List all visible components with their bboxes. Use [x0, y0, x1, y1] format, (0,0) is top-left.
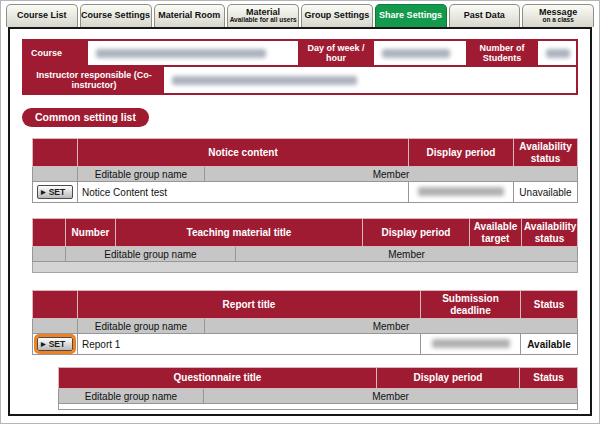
tab-label: Group Settings — [304, 11, 369, 20]
material-period-header: Display period — [363, 219, 470, 247]
questionnaire-empty-row — [59, 404, 578, 410]
editable-group-name-header: Editable group name — [59, 389, 204, 404]
questionnaire-period-header: Display period — [377, 368, 520, 389]
day-hour-label: Day of week / hour — [298, 41, 374, 65]
report-deadline-redacted — [432, 339, 510, 348]
editable-group-name-header: Editable group name — [78, 167, 205, 182]
report-title-header: Report title — [78, 291, 421, 319]
tab-label: Share Settings — [379, 11, 442, 20]
report-data-row: ▶SET Report 1 Available — [33, 334, 578, 355]
notice-set-column-header — [33, 139, 78, 167]
students-label: Number of Students — [466, 41, 538, 65]
instructor-value-redacted — [172, 76, 357, 85]
report-title-cell: Report 1 — [78, 334, 421, 355]
material-number-header: Number — [66, 219, 116, 247]
notice-period-cell — [409, 182, 514, 203]
blank-cell — [33, 319, 78, 334]
tab-sublabel: Available for all users — [230, 17, 297, 24]
notice-status-cell: Unavailable — [514, 182, 578, 203]
notice-data-row: ▶SET Notice Content test Unavailable — [33, 182, 578, 203]
questionnaire-subheader-row: Editable group name Member — [59, 389, 578, 404]
blank-cell — [59, 404, 578, 410]
tab-sublabel: on a class — [542, 17, 573, 24]
report-status-header: Status — [521, 291, 578, 319]
notice-period-redacted — [418, 187, 504, 196]
tab-share-settings[interactable]: Share Settings — [375, 4, 447, 27]
tab-bar: Course List Course Settings Material Roo… — [1, 1, 599, 27]
teaching-material-table: Number Teaching material title Display p… — [32, 218, 578, 273]
set-arrow-icon: ▶ — [41, 189, 46, 196]
report-set-column-header — [33, 291, 78, 319]
tab-label: Past Data — [464, 11, 505, 20]
students-value-redacted — [546, 49, 570, 58]
member-header: Member — [236, 247, 578, 262]
course-info-panel: Course Day of week / hour Number of Stud… — [22, 39, 578, 95]
course-value-redacted — [96, 49, 266, 58]
material-status-header: Availability status — [522, 219, 578, 247]
notice-subheader-row: Editable group name Member — [33, 167, 578, 182]
questionnaire-header-row: Questionnaire title Display period Statu… — [59, 368, 578, 389]
tab-label: Course List — [17, 11, 67, 20]
tab-message[interactable]: Message on a class — [522, 4, 594, 27]
set-button-label: SET — [49, 187, 66, 197]
report-status-cell: Available — [521, 334, 578, 355]
report-set-cell: ▶SET — [33, 334, 78, 355]
member-header: Member — [205, 167, 578, 182]
material-title-header: Teaching material title — [116, 219, 363, 247]
notice-set-button[interactable]: ▶SET — [37, 185, 73, 199]
report-table: Report title Submission deadline Status … — [32, 290, 578, 355]
material-empty-row — [33, 262, 578, 273]
tab-material-all-users[interactable]: Material Available for all users — [227, 4, 299, 27]
day-hour-value-redacted — [382, 49, 450, 58]
blank-cell — [33, 262, 578, 273]
notice-header-row: Notice content Display period Availabili… — [33, 139, 578, 167]
course-label: Course — [24, 41, 88, 65]
content-area: Course Day of week / hour Number of Stud… — [8, 27, 592, 416]
material-target-header: Available target — [470, 219, 522, 247]
notice-period-header: Display period — [409, 139, 514, 167]
tab-material-room[interactable]: Material Room — [154, 4, 226, 27]
material-subheader-row: Editable group name Member — [33, 247, 578, 262]
editable-group-name-header: Editable group name — [66, 247, 236, 262]
report-deadline-header: Submission deadline — [421, 291, 521, 319]
day-hour-value — [374, 41, 466, 65]
instructor-label: Instructor responsible (Co-instructor) — [24, 67, 164, 93]
notice-title-cell: Notice Content test — [78, 182, 409, 203]
tab-course-list[interactable]: Course List — [6, 4, 78, 27]
questionnaire-table: Questionnaire title Display period Statu… — [58, 367, 578, 410]
course-value — [88, 41, 298, 65]
report-deadline-cell — [421, 334, 521, 355]
report-subheader-row: Editable group name Member — [33, 319, 578, 334]
notice-set-cell: ▶SET — [33, 182, 78, 203]
tab-label: Material Room — [158, 11, 220, 20]
tab-past-data[interactable]: Past Data — [449, 4, 521, 27]
questionnaire-status-header: Status — [520, 368, 578, 389]
set-button-label: SET — [49, 339, 66, 349]
material-header-row: Number Teaching material title Display p… — [33, 219, 578, 247]
tab-group-settings[interactable]: Group Settings — [301, 4, 373, 27]
students-value — [538, 41, 576, 65]
common-setting-list-button[interactable]: Common setting list — [22, 108, 149, 127]
member-header: Member — [204, 389, 578, 404]
editable-group-name-header: Editable group name — [78, 319, 205, 334]
questionnaire-title-header: Questionnaire title — [59, 368, 377, 389]
instructor-value — [164, 67, 576, 93]
notice-content-header: Notice content — [78, 139, 409, 167]
report-header-row: Report title Submission deadline Status — [33, 291, 578, 319]
tab-label: Course Settings — [81, 11, 150, 20]
lms-window: Course List Course Settings Material Roo… — [0, 0, 600, 424]
member-header: Member — [205, 319, 578, 334]
set-arrow-icon: ▶ — [41, 341, 46, 348]
blank-cell — [33, 247, 66, 262]
tab-course-settings[interactable]: Course Settings — [80, 4, 152, 27]
blank-cell — [33, 167, 78, 182]
report-set-button-highlighted[interactable]: ▶SET — [37, 337, 73, 351]
course-info-row-1: Course Day of week / hour Number of Stud… — [24, 41, 576, 67]
notice-status-header: Availability status — [514, 139, 578, 167]
notice-table: Notice content Display period Availabili… — [32, 138, 578, 203]
material-set-column-header — [33, 219, 66, 247]
course-info-row-2: Instructor responsible (Co-instructor) — [24, 67, 576, 93]
